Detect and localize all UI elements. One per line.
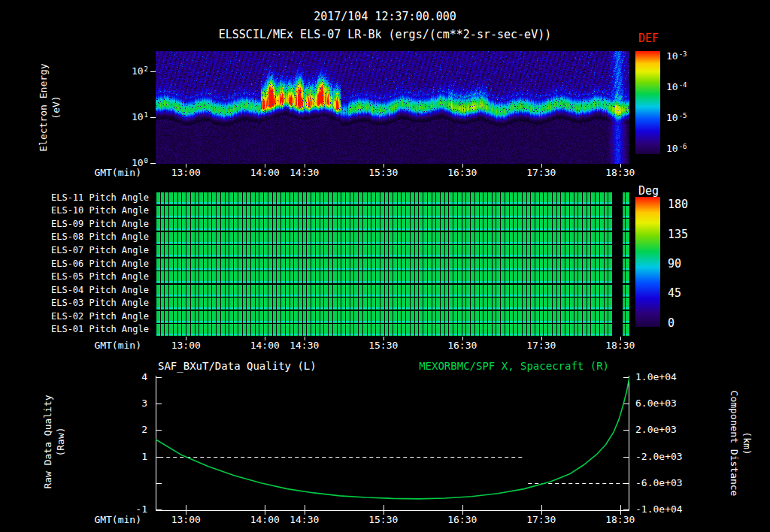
- pitch-row-label: ELS-03 Pitch Angle: [39, 298, 149, 309]
- time-tick-mark: [462, 511, 463, 515]
- energy-tick-label: 101: [117, 111, 148, 122]
- pitch-row-label: ELS-04 Pitch Angle: [39, 285, 149, 296]
- spectrogram-y-axis-label: Electron Energy (eV): [37, 63, 62, 151]
- left-axis-tick-label: 2: [113, 424, 147, 435]
- gmt-axis-label: GMT(min): [75, 514, 141, 525]
- energy-tick-mark: [150, 71, 156, 72]
- time-tick-mark: [383, 337, 384, 340]
- time-tick-mark: [265, 511, 265, 515]
- time-tick-label: 14:30: [283, 514, 326, 525]
- time-tick-mark: [620, 164, 621, 168]
- pitch-row-label: ELS-06 Pitch Angle: [39, 258, 149, 270]
- pitch-row-label: ELS-10 Pitch Angle: [39, 205, 149, 216]
- time-tick-mark: [541, 164, 542, 168]
- deg-colorbar-tick-label: 45: [668, 286, 681, 300]
- time-tick-label: 16:30: [441, 514, 484, 525]
- time-tick-mark: [186, 164, 186, 168]
- bottom-right-series-title: MEXORBMC/SPF X, Spacecraft (R): [361, 360, 609, 372]
- gmt-axis-label: GMT(min): [75, 167, 141, 178]
- bottom-left-y-axis-label: Raw Data Quality (Raw): [41, 394, 67, 488]
- quality-distance-plot: [156, 376, 629, 511]
- time-tick-label: 17:30: [520, 167, 562, 178]
- time-tick-label: 17:30: [520, 514, 562, 525]
- def-colorbar: [635, 51, 660, 154]
- bottom-right-y-axis-label-line2: (km): [741, 391, 753, 497]
- time-tick-label: 15:30: [362, 167, 405, 178]
- left-axis-tick-label: -1: [113, 503, 147, 515]
- bottom-left-y-axis-label-line2: (Raw): [54, 394, 67, 488]
- deg-colorbar-tick-label: 180: [668, 198, 688, 211]
- deg-colorbar-tick-label: 90: [668, 257, 681, 271]
- time-tick-mark: [265, 164, 265, 168]
- energy-tick-mark: [150, 163, 156, 164]
- right-axis-tick-label: 6.0e+03: [635, 397, 677, 409]
- energy-tick-label: 102: [117, 65, 148, 77]
- time-tick-label: 17:30: [520, 340, 562, 351]
- pitch-row-label: ELS-07 Pitch Angle: [39, 245, 149, 256]
- pitch-row-label: ELS-08 Pitch Angle: [39, 231, 149, 243]
- energy-tick-label: 100: [117, 157, 148, 168]
- right-axis-tick-label: 2.0e+03: [635, 424, 677, 435]
- right-axis-tick-label: -2.0e+03: [635, 451, 683, 462]
- pitch-angle-panel: [156, 192, 629, 337]
- time-tick-label: 14:00: [244, 514, 286, 525]
- sddas-multi-panel-plot: 2017/104 12:37:00.000 ELSSCIL/MEx ELS-07…: [0, 0, 770, 532]
- def-colorbar-tick-label: 10-6: [666, 143, 687, 154]
- time-tick-label: 16:30: [441, 340, 484, 351]
- time-tick-mark: [620, 511, 621, 515]
- time-tick-label: 18:30: [599, 340, 641, 351]
- time-tick-label: 18:30: [599, 514, 641, 525]
- bottom-left-y-axis-label-line1: Raw Data Quality: [41, 394, 54, 488]
- time-tick-label: 18:30: [599, 167, 641, 178]
- time-tick-label: 13:00: [165, 514, 207, 525]
- def-colorbar-tick-label: 10-3: [666, 50, 687, 62]
- deg-colorbar-tick-label: 0: [668, 316, 675, 330]
- left-axis-tick-label: 1: [113, 451, 147, 462]
- pitch-row-label: ELS-11 Pitch Angle: [39, 192, 149, 204]
- energy-tick-mark: [150, 117, 156, 118]
- time-tick-mark: [383, 164, 384, 168]
- bottom-right-y-axis-label-line1: Component Distance: [728, 391, 741, 497]
- time-tick-mark: [186, 337, 186, 340]
- time-tick-mark: [186, 511, 186, 515]
- gmt-axis-label: GMT(min): [75, 340, 141, 351]
- time-tick-label: 15:30: [362, 514, 405, 525]
- time-tick-label: 13:00: [165, 340, 207, 351]
- pitch-row-label: ELS-02 Pitch Angle: [39, 311, 149, 322]
- time-tick-mark: [305, 337, 305, 340]
- def-colorbar-title: DEF: [638, 32, 659, 45]
- bottom-right-y-axis-label: Component Distance (km): [728, 391, 753, 497]
- pitch-row-label: ELS-09 Pitch Angle: [39, 219, 149, 230]
- def-colorbar-tick-label: 10-5: [666, 112, 687, 123]
- time-tick-label: 15:30: [362, 340, 405, 351]
- time-tick-mark: [383, 511, 384, 515]
- time-tick-label: 14:00: [244, 340, 286, 351]
- pitch-row-label: ELS-01 Pitch Angle: [39, 324, 149, 335]
- time-tick-label: 14:30: [283, 167, 326, 178]
- left-axis-tick-label: 4: [113, 371, 147, 382]
- left-axis-tick-label: 3: [113, 397, 147, 409]
- spectrogram-y-axis-label-line2: (eV): [50, 63, 62, 151]
- time-tick-label: 14:30: [283, 340, 326, 351]
- right-axis-tick-label: -6.0e+03: [635, 477, 683, 488]
- time-tick-mark: [541, 337, 542, 340]
- time-tick-mark: [462, 164, 463, 168]
- electron-energy-spectrogram: [156, 51, 629, 164]
- time-tick-mark: [265, 337, 265, 340]
- def-colorbar-tick-label: 10-4: [666, 81, 687, 92]
- deg-colorbar: [635, 197, 660, 327]
- bottom-left-series-title: SAF_BXuT/Data Quality (L): [158, 360, 317, 372]
- time-tick-mark: [305, 164, 305, 168]
- time-tick-label: 16:30: [441, 167, 484, 178]
- pitch-row-label: ELS-05 Pitch Angle: [39, 271, 149, 283]
- time-tick-label: 14:00: [244, 167, 286, 178]
- right-axis-tick-label: 1.0e+04: [635, 371, 677, 382]
- spectrogram-y-axis-label-line1: Electron Energy: [37, 63, 50, 151]
- time-tick-label: 13:00: [165, 167, 207, 178]
- right-axis-tick-label: -1.0e+04: [635, 503, 683, 515]
- time-tick-mark: [305, 511, 305, 515]
- time-tick-mark: [541, 511, 542, 515]
- time-tick-mark: [620, 337, 621, 340]
- deg-colorbar-tick-label: 135: [668, 228, 688, 241]
- deg-colorbar-title: Deg: [638, 184, 659, 198]
